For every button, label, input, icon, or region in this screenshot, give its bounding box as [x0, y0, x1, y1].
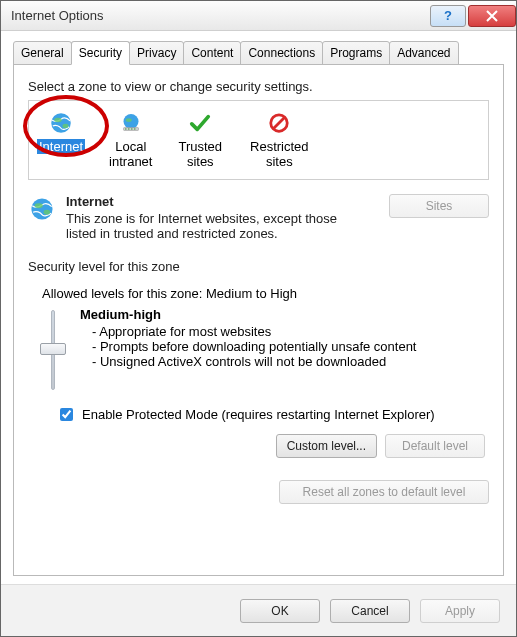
custom-level-button[interactable]: Custom level... [276, 434, 377, 458]
check-icon [176, 109, 224, 137]
zone-internet[interactable]: Internet [37, 109, 85, 169]
zone-internet-label: Internet [37, 139, 85, 154]
close-icon [486, 10, 498, 22]
tab-strip: General Security Privacy Content Connect… [13, 41, 504, 65]
globe-icon [28, 194, 56, 241]
security-level-group: Allowed levels for this zone: Medium to … [28, 280, 489, 466]
tab-advanced[interactable]: Advanced [389, 41, 458, 65]
zone-trusted-sites[interactable]: Trusted sites [176, 109, 224, 169]
level-bullet-2: - Prompts before downloading potentially… [92, 339, 485, 354]
ok-button[interactable]: OK [240, 599, 320, 623]
level-bullet-1: - Appropriate for most websites [92, 324, 485, 339]
protected-mode-checkbox[interactable] [60, 408, 73, 421]
tab-programs[interactable]: Programs [322, 41, 390, 65]
protected-mode-label: Enable Protected Mode (requires restarti… [82, 407, 435, 422]
tab-connections[interactable]: Connections [240, 41, 323, 65]
zone-restricted-label: Restricted [248, 139, 311, 154]
zone-restricted-sub: sites [248, 154, 311, 169]
default-level-button[interactable]: Default level [385, 434, 485, 458]
zone-trusted-label: Trusted [176, 139, 224, 154]
reset-all-zones-button[interactable]: Reset all zones to default level [279, 480, 489, 504]
zone-local-label: Local [113, 139, 148, 154]
zone-list: Internet Local intranet Trusted sites [28, 100, 489, 180]
zone-restricted-sites[interactable]: Restricted sites [248, 109, 311, 169]
globe-icon [37, 109, 85, 137]
zone-description: Internet This zone is for Internet websi… [66, 194, 359, 241]
intranet-icon [109, 109, 152, 137]
svg-point-3 [123, 114, 138, 129]
zone-local-sub: intranet [109, 154, 152, 169]
level-name: Medium-high [80, 307, 485, 322]
protected-mode-row[interactable]: Enable Protected Mode (requires restarti… [56, 405, 485, 424]
svg-point-1 [54, 118, 62, 123]
zone-desc-body: This zone is for Internet websites, exce… [66, 211, 337, 241]
svg-point-2 [63, 124, 69, 129]
zone-trusted-sub: sites [176, 154, 224, 169]
level-bullet-3: - Unsigned ActiveX controls will not be … [92, 354, 485, 369]
slider-thumb[interactable] [40, 343, 66, 355]
tab-general[interactable]: General [13, 41, 72, 65]
close-button[interactable] [468, 5, 516, 27]
cancel-button[interactable]: Cancel [330, 599, 410, 623]
tab-content[interactable]: Content [183, 41, 241, 65]
svg-point-10 [44, 210, 51, 215]
allowed-levels-text: Allowed levels for this zone: Medium to … [42, 286, 485, 301]
level-description: Medium-high - Appropriate for most websi… [80, 307, 485, 393]
sites-button[interactable]: Sites [389, 194, 489, 218]
restricted-icon [248, 109, 311, 137]
security-level-label: Security level for this zone [28, 259, 489, 274]
window-title: Internet Options [11, 8, 428, 23]
dialog-body: General Security Privacy Content Connect… [1, 31, 516, 584]
zone-description-row: Internet This zone is for Internet websi… [28, 194, 489, 241]
internet-options-dialog: Internet Options ? General Security Priv… [0, 0, 517, 637]
svg-point-9 [35, 203, 43, 208]
zone-desc-title: Internet [66, 194, 359, 209]
tab-privacy[interactable]: Privacy [129, 41, 184, 65]
security-tab-page: Select a zone to view or change security… [13, 64, 504, 576]
svg-line-7 [274, 118, 285, 129]
apply-button[interactable]: Apply [420, 599, 500, 623]
security-level-slider[interactable] [38, 307, 68, 393]
zone-prompt: Select a zone to view or change security… [28, 79, 489, 94]
svg-point-0 [51, 113, 71, 133]
titlebar: Internet Options ? [1, 1, 516, 31]
svg-point-8 [31, 198, 52, 219]
zone-local-intranet[interactable]: Local intranet [109, 109, 152, 169]
help-button[interactable]: ? [430, 5, 466, 27]
dialog-footer: OK Cancel Apply [1, 584, 516, 636]
svg-point-4 [126, 118, 132, 122]
tab-security[interactable]: Security [71, 41, 130, 65]
